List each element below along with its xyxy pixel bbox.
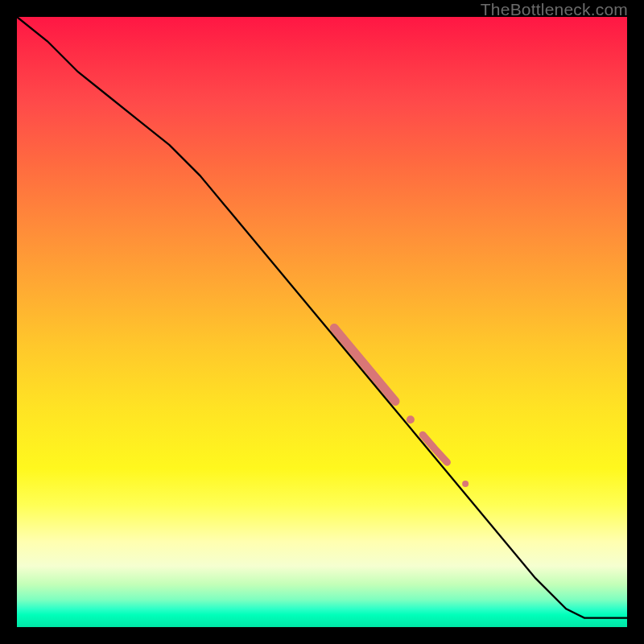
main-curve (17, 17, 627, 618)
highlight-group (334, 328, 469, 487)
dot-2 (462, 481, 469, 487)
chart-overlay (17, 17, 627, 627)
dot-1 (407, 415, 415, 423)
thick-segment-1 (334, 328, 395, 402)
